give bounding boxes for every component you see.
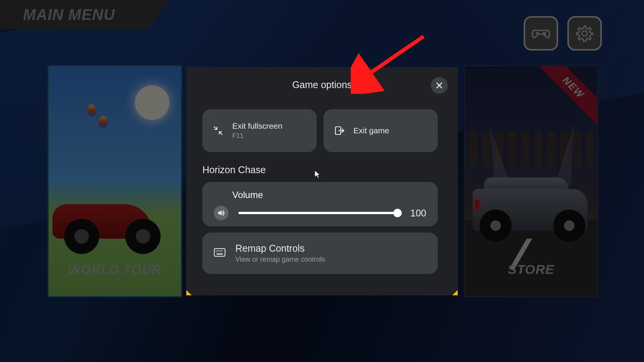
close-button[interactable] <box>431 77 448 94</box>
modal-title: Game options <box>186 79 458 90</box>
modal-corner-icon <box>186 290 192 295</box>
exit-fullscreen-icon <box>212 125 224 136</box>
exit-fullscreen-button[interactable]: Exit fullscreen F11 <box>202 109 317 152</box>
remap-title: Remap Controls <box>235 243 325 254</box>
exit-game-label: Exit game <box>353 126 389 135</box>
svg-point-4 <box>582 31 587 36</box>
gear-icon <box>575 24 594 43</box>
exit-game-icon <box>334 125 345 136</box>
volume-card: Volume 100 <box>202 182 438 226</box>
options-row: Exit fullscreen F11 Exit game <box>202 109 438 152</box>
speaker-icon <box>217 209 225 217</box>
modal-corner-icon <box>452 290 458 295</box>
gamepad-button[interactable] <box>524 16 558 51</box>
settings-button[interactable] <box>567 16 602 51</box>
exit-game-button[interactable]: Exit game <box>324 109 438 152</box>
slider-thumb-icon[interactable] <box>393 209 402 217</box>
remap-subtitle: View or remap game controls <box>235 256 325 264</box>
gamepad-icon <box>531 26 550 41</box>
volume-slider[interactable] <box>238 212 398 214</box>
volume-value: 100 <box>408 208 426 219</box>
game-background: MAIN MENU WORLD TOUR NEW <box>0 0 644 362</box>
exit-fullscreen-shortcut: F11 <box>232 132 283 140</box>
keyboard-icon <box>214 248 225 258</box>
volume-mute-button[interactable] <box>214 206 228 220</box>
remap-controls-button[interactable]: Remap Controls View or remap game contro… <box>202 233 438 274</box>
volume-label: Volume <box>232 190 426 200</box>
close-icon <box>435 82 443 89</box>
game-name-label: Horizon Chase <box>202 164 266 175</box>
svg-rect-8 <box>214 249 225 256</box>
exit-fullscreen-label: Exit fullscreen <box>232 121 283 131</box>
game-options-modal: Game options Exit fullscreen F11 <box>186 67 458 295</box>
